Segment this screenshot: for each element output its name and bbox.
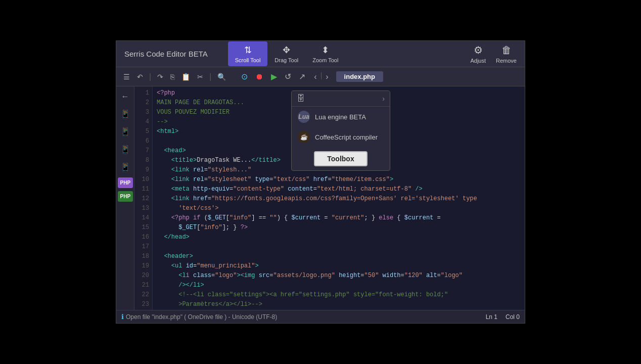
remove-label: Remove	[496, 58, 517, 64]
coffee-label: CoffeeScript compiler	[315, 133, 378, 141]
run1-button[interactable]: ⊙	[238, 70, 251, 83]
main-content: ← 📱 📱 📱 📱 PHP PHP 12345 678910 111213141…	[116, 86, 525, 310]
lua-engine-item[interactable]: Lua Lua engine BETA	[292, 107, 390, 127]
play-button[interactable]: ▶	[268, 70, 280, 83]
nav-forward-button[interactable]: ›	[323, 71, 331, 82]
dropdown-db-icon: 🗄	[297, 94, 305, 103]
sidebar-php1[interactable]: PHP	[118, 177, 133, 188]
info-icon: ℹ	[121, 313, 124, 321]
statusbar-message: Open file "index.php" ( OneDrive file ) …	[126, 313, 277, 321]
copy-button[interactable]: ⎘	[167, 71, 177, 83]
lua-icon: Lua	[298, 111, 310, 123]
statusbar-col: Col 0	[506, 313, 520, 321]
statusbar-right: Ln 1 Col 0	[486, 313, 520, 321]
editor-toolbar: ☰ ↶ | ↷ ⎘ 📋 ✂ | 🔍 ⊙ ⏺ ▶ ↺ ↗ ‹ | › index.…	[116, 67, 525, 86]
list-button[interactable]: ☰	[120, 71, 133, 83]
lua-label: Lua engine BETA	[315, 113, 366, 121]
scroll-tool-button[interactable]: ⇅ Scroll Tool	[228, 41, 268, 66]
sidebar-back[interactable]: ←	[118, 89, 133, 104]
nav-sep: |	[320, 71, 323, 82]
dropdown-popup: 🗄 › Lua Lua engine BETA ☕ CoffeeScript c…	[291, 90, 390, 171]
refresh-button[interactable]: ↺	[282, 70, 294, 83]
adjust-label: Adjust	[470, 58, 486, 64]
sidebar-php2[interactable]: PHP	[118, 191, 133, 202]
tool-group: ⇅ Scroll Tool ✥ Drag Tool ⬍ Zoom Tool	[228, 41, 346, 66]
dropdown-expand-icon[interactable]: ›	[382, 95, 385, 103]
drag-tool-icon: ✥	[283, 44, 290, 56]
remove-button[interactable]: 🗑 Remove	[496, 44, 517, 64]
main-window: Serris Code Editor BETA ⇅ Scroll Tool ✥ …	[116, 40, 525, 324]
dropdown-header: 🗄 ›	[292, 91, 390, 107]
sidebar-phone2[interactable]: 📱	[118, 124, 133, 139]
search-button[interactable]: 🔍	[214, 71, 229, 83]
scroll-tool-icon: ⇅	[244, 44, 252, 56]
editor-area[interactable]: 12345 678910 1112131415 1617181920 21222…	[134, 86, 525, 310]
zoom-tool-icon: ⬍	[322, 44, 329, 56]
statusbar-info: ℹ Open file "index.php" ( OneDrive file …	[121, 313, 483, 321]
sidebar: ← 📱 📱 📱 📱 PHP PHP	[116, 86, 134, 310]
coffeescript-item[interactable]: ☕ CoffeeScript compiler	[292, 127, 390, 147]
app-title: Serris Code Editor BETA	[124, 50, 208, 58]
drag-tool-button[interactable]: ✥ Drag Tool	[267, 41, 305, 66]
adjust-button[interactable]: ⚙ Adjust	[470, 44, 486, 64]
nav-arrows: ‹ | ›	[311, 71, 331, 82]
remove-icon: 🗑	[501, 44, 512, 56]
sidebar-phone1[interactable]: 📱	[118, 107, 133, 121]
coffee-icon: ☕	[298, 131, 310, 143]
redo-button[interactable]: ↷	[154, 71, 166, 83]
share-button[interactable]: ↗	[296, 70, 308, 83]
sep2: |	[209, 72, 211, 81]
undo-button[interactable]: ↶	[134, 71, 146, 83]
titlebar: Serris Code Editor BETA ⇅ Scroll Tool ✥ …	[116, 41, 525, 67]
zoom-tool-label: Zoom Tool	[312, 57, 338, 63]
cut-button[interactable]: ✂	[194, 71, 206, 83]
statusbar: ℹ Open file "index.php" ( OneDrive file …	[116, 310, 525, 323]
filename-badge: index.php	[336, 71, 383, 82]
run2-button[interactable]: ⏺	[252, 70, 266, 83]
zoom-tool-button[interactable]: ⬍ Zoom Tool	[305, 41, 345, 66]
sidebar-phone3[interactable]: 📱	[118, 142, 133, 157]
right-tools: ⚙ Adjust 🗑 Remove	[470, 44, 517, 64]
nav-back-button[interactable]: ‹	[311, 71, 319, 82]
toolbox-button[interactable]: Toolbox	[314, 151, 367, 166]
sep1: |	[149, 72, 151, 81]
paste-button[interactable]: 📋	[178, 71, 193, 83]
adjust-icon: ⚙	[474, 44, 483, 56]
drag-tool-label: Drag Tool	[274, 57, 298, 63]
line-numbers: 12345 678910 1112131415 1617181920 21222…	[134, 86, 153, 310]
sidebar-phone4[interactable]: 📱	[118, 160, 133, 174]
statusbar-ln: Ln 1	[486, 313, 497, 321]
scroll-tool-label: Scroll Tool	[235, 57, 261, 63]
